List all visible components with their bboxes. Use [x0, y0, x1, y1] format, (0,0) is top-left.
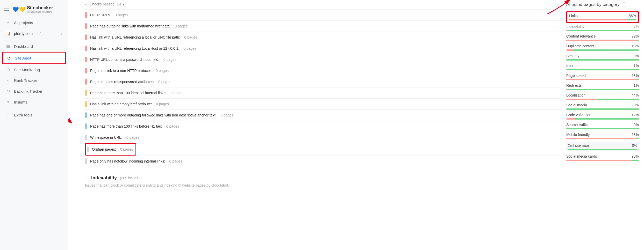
sidebar-item-backlink-tracker[interactable]: ⟲Backlink Tracker [2, 86, 66, 97]
category-name: Localization [566, 93, 585, 97]
chevron-up-icon: ⌃ [85, 176, 88, 180]
section-header-indexability[interactable]: ⌃ Indexability (309 issues) [85, 175, 560, 181]
check-row[interactable]: Page contains rel=sponsored attributes: … [85, 76, 560, 87]
check-label: HTTP URL contains a password input field… [90, 57, 159, 62]
check-count: 0 pages [163, 57, 176, 62]
check-count: 0 pages [156, 102, 169, 106]
home-icon: ⌂ [6, 20, 10, 25]
category-name: Page speed [566, 73, 586, 78]
check-label: Page contains rel=sponsored attributes: [90, 80, 154, 84]
hamburger-icon[interactable] [4, 7, 9, 12]
check-row[interactable]: Has a link with an empty href attribute:… [85, 99, 560, 110]
category-name: Redirects [566, 83, 582, 87]
sidebar-domain: plerdy.com [14, 31, 33, 36]
check-row[interactable]: Page only has nofollow incoming internal… [85, 156, 560, 167]
category-row-redirects[interactable]: Redirects1% [566, 83, 639, 90]
chevron-right-icon: › [61, 113, 62, 117]
sidebar-item-site-audit[interactable]: ◔Site Audit [2, 52, 66, 64]
sidebar-item-rank-tracker[interactable]: 〰Rank Tracker [2, 75, 66, 86]
category-row-duplicate-content[interactable]: Duplicate content10% [566, 44, 639, 51]
check-row[interactable]: Page has more than 100 links before H1 t… [85, 121, 560, 132]
category-row-social-media-cards[interactable]: Social media cards90% [566, 154, 639, 161]
check-row[interactable]: HTTP URLs: 0 pages [85, 10, 560, 21]
category-row-indexability[interactable]: Indexability2% [566, 24, 639, 31]
check-count: 0 pages [120, 147, 133, 151]
category-percent: 98% [632, 133, 639, 137]
category-row-xml-sitemaps[interactable]: Xml sitemaps0% [566, 142, 639, 151]
sidebar-item-insights[interactable]: ✦Insights [2, 97, 66, 107]
check-count: 0 pages [115, 13, 128, 17]
check-count: 0 pages [156, 69, 169, 73]
category-row-page-speed[interactable]: Page speed98% [566, 73, 639, 80]
category-percent: 98% [632, 73, 639, 78]
sidebar-item-label: Dashboard [14, 44, 33, 49]
severity-indicator [85, 112, 87, 118]
severity-indicator [85, 34, 87, 40]
category-row-social-media[interactable]: Social media0% [566, 103, 639, 110]
check-row[interactable]: Page has outgoing links with malformed h… [85, 21, 560, 32]
check-row[interactable]: Has link with a URL referencing a local … [85, 32, 560, 43]
check-row[interactable]: Has link with a URL referencing LocalHos… [85, 43, 560, 54]
check-row[interactable]: Page has more than 100 identical interna… [85, 87, 560, 99]
check-count: 0 pages [166, 124, 179, 128]
check-row[interactable]: Whitespace in URL: 0 pages [85, 132, 560, 143]
plus-circle-icon: ⊕ [6, 113, 10, 117]
check-row[interactable]: Orphan pages: 0 pages [87, 144, 133, 155]
sidebar-item-dashboard[interactable]: ▦Dashboard [2, 41, 66, 52]
chevron-right-icon: › [61, 31, 62, 36]
sidebar-item-extra-tools[interactable]: ⊕ Extra tools › [2, 109, 66, 120]
progress-bar [566, 59, 639, 61]
category-name: Links [569, 14, 578, 18]
category-name: Xml sitemaps [568, 143, 590, 148]
category-row-content-relevance[interactable]: Content relevance99% [566, 34, 639, 41]
category-percent: 12% [632, 113, 639, 117]
check-row[interactable]: Page has one or more outgoing followed l… [85, 110, 560, 121]
category-percent: 90% [632, 154, 639, 158]
logo[interactable]: 💙💛 Sitechecker Proudly made in Ukraine [12, 5, 53, 13]
severity-indicator [85, 135, 87, 140]
category-row-security[interactable]: Security0% [566, 54, 639, 61]
heart-icon: 💙💛 [12, 6, 25, 12]
category-name: Mobile friendly [566, 133, 590, 137]
category-name: Duplicate content [566, 44, 594, 48]
category-row-localization[interactable]: Localization44% [566, 93, 639, 100]
right-panel: Affected pages by category i Links86%Ind… [566, 0, 644, 250]
sidebar-item-label: Site Monitoring [14, 68, 40, 72]
category-name: Search traffic [566, 123, 588, 127]
progress-bar [566, 128, 639, 129]
category-row-links[interactable]: Links86% [566, 11, 639, 23]
category-percent: 0% [632, 143, 637, 148]
sidebar-item-all-projects[interactable]: ⌂ All projects [2, 17, 66, 28]
progress-bar [566, 89, 639, 90]
category-name: Security [566, 54, 579, 58]
category-name: Code validation [566, 113, 591, 117]
category-percent: 44% [632, 93, 639, 97]
progress-bar [566, 40, 639, 41]
sidebar-item-domain[interactable]: 📊 plerdy.com UA › [2, 28, 66, 39]
category-row-search-traffic[interactable]: Search traffic0% [566, 123, 639, 129]
check-label: Page has one or more outgoing followed l… [90, 113, 216, 117]
category-percent: 0% [634, 123, 639, 127]
category-name: Social media cards [566, 154, 597, 158]
category-row-internal[interactable]: Internal1% [566, 64, 639, 70]
info-icon[interactable]: i [622, 2, 626, 7]
category-percent: 0% [634, 103, 639, 107]
main-content: ✓ Checks passed: 14 ▴ HTTP URLs: 0 pages… [68, 0, 566, 250]
check-count: 0 pages [220, 113, 233, 117]
checks-passed-summary[interactable]: ✓ Checks passed: 14 ▴ [85, 2, 560, 6]
check-row[interactable]: HTTP URL contains a password input field… [85, 54, 560, 65]
link-icon: ⟲ [6, 89, 10, 93]
category-row-code-validation[interactable]: Code validation12% [566, 113, 639, 120]
sidebar-item-label: Extra tools [14, 113, 32, 117]
category-row-mobile-friendly[interactable]: Mobile friendly98% [566, 133, 639, 139]
sidebar-item-site-monitoring[interactable]: ◷Site Monitoring [2, 64, 66, 75]
severity-indicator [87, 146, 89, 152]
check-label: Has link with a URL referencing LocalHos… [90, 46, 179, 50]
progress-bar [566, 30, 639, 31]
severity-indicator [85, 158, 87, 164]
check-row[interactable]: Page has link to a non-HTTP protocol: 0 … [85, 65, 560, 76]
check-label: HTTP URLs: [90, 13, 111, 17]
progress-bar [566, 138, 639, 139]
section-issues-count: (309 issues) [120, 176, 140, 180]
category-percent: 10% [632, 44, 639, 48]
